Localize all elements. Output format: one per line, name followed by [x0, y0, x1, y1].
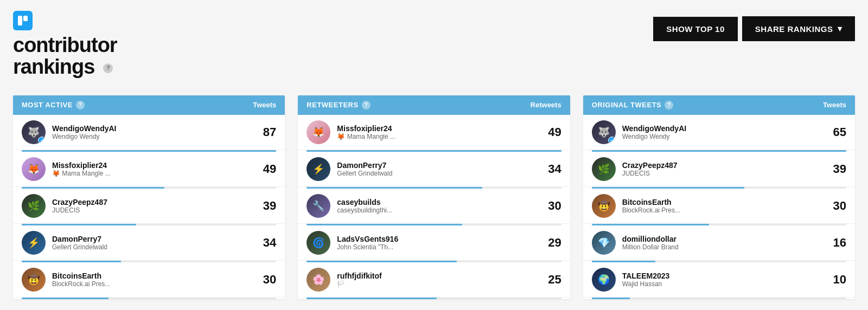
contributor-username: BitcoinsEarth — [52, 272, 252, 280]
contributor-display: 🏳️ — [337, 280, 537, 288]
avatar-img: 🦊 — [307, 120, 330, 144]
avatar-img: 🌀 — [307, 231, 330, 255]
card-help-icon-retweeters[interactable]: ? — [362, 101, 371, 109]
verified-badge: ✓ — [608, 137, 616, 144]
ranking-card-original_tweets: ORIGINAL TWEETS ? Tweets 🐺 ✓ WendigoWend… — [583, 95, 855, 299]
contributor-username: WendigoWendyAI — [52, 124, 252, 133]
progress-bar-wrap — [307, 298, 561, 299]
contributor-info: LadsVsGents916 John Scientia "Th... — [337, 235, 537, 251]
contributor-count: 29 — [544, 236, 561, 250]
title-line1: contributor — [13, 34, 117, 56]
share-label: SHARE RANKINGS — [755, 24, 833, 34]
avatar: 🌸 — [307, 268, 330, 292]
contributor-username: LadsVsGents916 — [337, 235, 537, 243]
contributor-username: CrazyPeepz487 — [622, 161, 822, 170]
contributor-username: WendigoWendyAI — [622, 124, 822, 133]
avatar: 🌀 — [307, 231, 330, 255]
list-item[interactable]: 🌍 TALEEM2023 Wajid Hassan 10 — [583, 262, 855, 298]
contributor-username: TALEEM2023 — [622, 272, 822, 280]
list-item[interactable]: 💎 domilliondollar Million Dollar Brand 1… — [583, 225, 855, 261]
avatar: 🐺 ✓ — [22, 120, 46, 144]
list-item[interactable]: 🔧 caseybuilds caseysbuildingthi... 30 — [298, 189, 570, 224]
contributor-display: Wendigo Wendy — [52, 133, 252, 140]
contributor-count: 87 — [259, 125, 276, 139]
avatar: 🌿 — [592, 157, 616, 181]
card-header-left: ORIGINAL TWEETS ? — [592, 101, 674, 109]
avatar: ⚡ — [307, 157, 330, 181]
avatar-img: 🌿 — [22, 194, 46, 218]
avatar: ⚡ — [22, 231, 46, 255]
list-item[interactable]: 🌿 CrazyPeepz487 JUDECIS 39 — [583, 152, 855, 187]
contributor-username: Missfoxiplier24 — [52, 161, 252, 170]
avatar: 🤠 — [22, 268, 46, 292]
progress-bar-fill — [22, 298, 108, 299]
progress-bar-fill — [307, 298, 436, 299]
contributor-display: 🦊 Mama Mangle ... — [337, 133, 537, 140]
card-title-retweeters: RETWEETERS — [307, 101, 358, 109]
card-header-original_tweets: ORIGINAL TWEETS ? Tweets — [583, 95, 855, 115]
list-item[interactable]: 🦊 Missfoxiplier24 🦊 Mama Mangle ... 49 — [298, 115, 570, 150]
list-item[interactable]: 🌸 rufhfjdifkitof 🏳️ 25 — [298, 262, 570, 298]
contributor-count: 30 — [544, 199, 561, 213]
contributor-info: BitcoinsEarth BlockRock.ai Pres... — [52, 272, 252, 288]
avatar: 💎 — [592, 231, 616, 255]
contributor-info: caseybuilds caseysbuildingthi... — [337, 198, 537, 214]
list-item[interactable]: 🐺 ✓ WendigoWendyAI Wendigo Wendy 65 — [583, 115, 855, 150]
contributor-username: Missfoxiplier24 — [337, 124, 537, 133]
contributor-display: Gellert Grindelwald — [337, 170, 537, 177]
contributor-username: DamonPerry7 — [52, 235, 252, 243]
progress-bar-fill — [592, 298, 630, 299]
contributor-info: TALEEM2023 Wajid Hassan — [622, 272, 822, 288]
list-item[interactable]: 🦊 Missfoxiplier24 🦊 Mama Mangle ... 49 — [13, 152, 285, 187]
list-item[interactable]: ⚡ DamonPerry7 Gellert Grindelwald 34 — [298, 152, 570, 187]
verified-badge: ✓ — [38, 137, 46, 144]
contributor-username: rufhfjdifkitof — [337, 272, 537, 280]
list-item[interactable]: 🌿 CrazyPeepz487 JUDECIS 39 — [13, 189, 285, 224]
list-item[interactable]: 🐺 ✓ WendigoWendyAI Wendigo Wendy 87 — [13, 115, 285, 150]
brand-logo — [13, 11, 117, 30]
contributor-username: CrazyPeepz487 — [52, 198, 252, 206]
card-header-retweeters: RETWEETERS ? Retweets — [298, 95, 570, 115]
contributor-display: John Scientia "Th... — [337, 243, 537, 251]
card-title-most_active: MOST ACTIVE — [22, 101, 73, 109]
progress-bar-wrap — [22, 298, 276, 299]
ranking-card-most_active: MOST ACTIVE ? Tweets 🐺 ✓ WendigoWendyAI … — [13, 95, 285, 299]
progress-bar-wrap — [592, 298, 846, 299]
list-item[interactable]: 🌀 LadsVsGents916 John Scientia "Th... 29 — [298, 225, 570, 261]
header-actions: SHOW TOP 10 SHARE RANKINGS ▾ — [653, 16, 855, 41]
avatar: 🌍 — [592, 268, 616, 292]
avatar-img: 🦊 — [22, 157, 46, 181]
avatar: 🔧 — [307, 194, 330, 218]
title-help-icon[interactable]: ? — [103, 63, 113, 73]
page-title: contributor rankings ? — [13, 35, 117, 78]
contributor-display: JUDECIS — [52, 206, 252, 214]
contributor-display: JUDECIS — [622, 170, 822, 177]
contributor-info: WendigoWendyAI Wendigo Wendy — [622, 124, 822, 140]
contributor-info: CrazyPeepz487 JUDECIS — [622, 161, 822, 177]
avatar-img: 🤠 — [22, 268, 46, 292]
contributor-count: 49 — [544, 125, 561, 139]
contributor-username: DamonPerry7 — [337, 161, 537, 170]
share-rankings-button[interactable]: SHARE RANKINGS ▾ — [742, 16, 855, 41]
contributor-count: 30 — [259, 273, 276, 287]
contributor-info: Missfoxiplier24 🦊 Mama Mangle ... — [52, 161, 252, 177]
list-item[interactable]: ⚡ DamonPerry7 Gellert Grindelwald 34 — [13, 225, 285, 261]
contributor-count: 49 — [259, 162, 276, 176]
avatar-img: 🔧 — [307, 194, 330, 218]
card-title-original_tweets: ORIGINAL TWEETS — [592, 101, 662, 109]
card-help-icon-most_active[interactable]: ? — [76, 101, 85, 109]
list-item[interactable]: 🤠 BitcoinsEarth BlockRock.ai Pres... 30 — [13, 262, 285, 298]
contributor-count: 34 — [544, 162, 561, 176]
list-item[interactable]: 🤠 BitcoinsEarth BlockRock.ai Pres... 30 — [583, 189, 855, 224]
contributor-count: 10 — [829, 273, 846, 287]
card-help-icon-original_tweets[interactable]: ? — [665, 101, 673, 109]
avatar-img: 🌍 — [592, 268, 616, 292]
avatar: 🦊 — [22, 157, 46, 181]
contributor-username: BitcoinsEarth — [622, 198, 822, 206]
contributor-info: rufhfjdifkitof 🏳️ — [337, 272, 537, 288]
contributor-info: Missfoxiplier24 🦊 Mama Mangle ... — [337, 124, 537, 140]
logo-icon — [13, 11, 33, 30]
avatar: 🐺 ✓ — [592, 120, 616, 144]
title-line2: rankings — [13, 55, 94, 78]
show-top-button[interactable]: SHOW TOP 10 — [653, 17, 737, 41]
